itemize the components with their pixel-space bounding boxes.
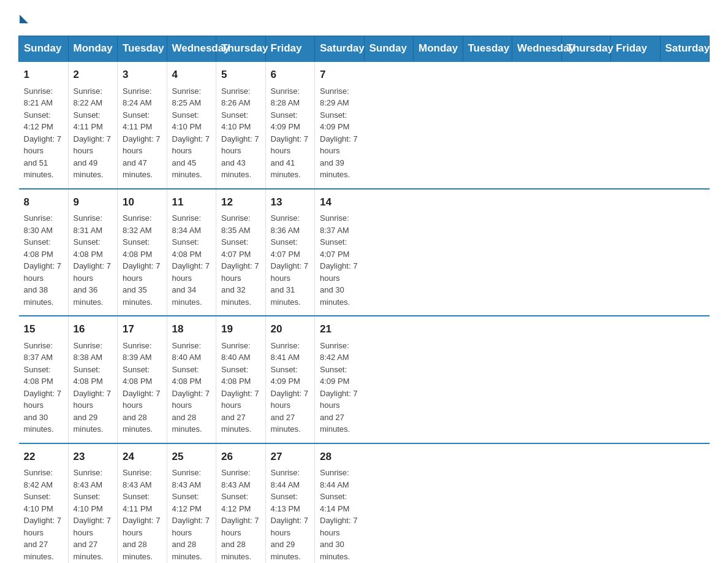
calendar-cell: 2 Sunrise: 8:22 AM Sunset: 4:11 PM Dayli… [68,61,118,189]
daylight-label: Daylight: 7 hours [271,261,308,283]
day-info: Sunrise: 8:39 AM Sunset: 4:08 PM Dayligh… [123,340,162,435]
daylight-label: Daylight: 7 hours [172,516,210,537]
day-number: 21 [320,321,359,337]
calendar-cell: 24 Sunrise: 8:43 AM Sunset: 4:11 PM Dayl… [118,443,167,564]
sunset-label: Sunset: 4:07 PM [221,237,251,259]
day-info: Sunrise: 8:44 AM Sunset: 4:14 PM Dayligh… [320,467,359,562]
daylight-minutes: and 27 minutes. [221,413,251,434]
sunset-label: Sunset: 4:10 PM [74,492,103,513]
sunrise-label: Sunrise: 8:25 AM [172,86,202,108]
calendar-cell: 11 Sunrise: 8:34 AM Sunset: 4:08 PM Dayl… [167,189,216,316]
daylight-minutes: and 38 minutes. [24,285,54,307]
day-info: Sunrise: 8:43 AM Sunset: 4:12 PM Dayligh… [221,467,260,562]
sunset-label: Sunset: 4:08 PM [74,237,103,259]
sunset-label: Sunset: 4:12 PM [24,110,53,132]
daylight-label: Daylight: 7 hours [74,516,111,537]
calendar-cell: 10 Sunrise: 8:32 AM Sunset: 4:08 PM Dayl… [118,189,167,316]
day-number: 8 [24,194,63,210]
day-info: Sunrise: 8:28 AM Sunset: 4:09 PM Dayligh… [271,85,310,181]
calendar-cell: 13 Sunrise: 8:36 AM Sunset: 4:07 PM Dayl… [265,189,315,316]
sunset-label: Sunset: 4:09 PM [320,365,349,386]
day-info: Sunrise: 8:29 AM Sunset: 4:09 PM Dayligh… [320,85,359,181]
column-header-wednesday: Wednesday [512,36,562,62]
column-header-wednesday: Wednesday [167,36,216,62]
calendar-cell: 15 Sunrise: 8:37 AM Sunset: 4:08 PM Dayl… [19,316,69,443]
daylight-minutes: and 29 minutes. [271,540,301,561]
daylight-label: Daylight: 7 hours [320,389,357,410]
daylight-minutes: and 35 minutes. [123,285,153,307]
calendar-cell: 21 Sunrise: 8:42 AM Sunset: 4:09 PM Dayl… [315,316,365,443]
daylight-label: Daylight: 7 hours [320,134,357,156]
day-info: Sunrise: 8:42 AM Sunset: 4:09 PM Dayligh… [320,340,359,435]
daylight-label: Daylight: 7 hours [74,134,111,156]
day-number: 15 [24,321,63,337]
calendar-cell: 22 Sunrise: 8:42 AM Sunset: 4:10 PM Dayl… [19,443,69,564]
sunset-label: Sunset: 4:08 PM [221,365,251,386]
calendar-week-row: 1 Sunrise: 8:21 AM Sunset: 4:12 PM Dayli… [19,61,710,189]
daylight-minutes: and 41 minutes. [271,158,301,180]
sunset-label: Sunset: 4:11 PM [123,110,152,132]
daylight-label: Daylight: 7 hours [74,261,111,283]
day-number: 18 [172,321,211,337]
calendar-cell: 12 Sunrise: 8:35 AM Sunset: 4:07 PM Dayl… [216,189,266,316]
day-number: 12 [221,194,260,210]
daylight-label: Daylight: 7 hours [320,261,357,283]
day-number: 1 [24,67,63,83]
sunset-label: Sunset: 4:13 PM [271,492,300,513]
daylight-minutes: and 28 minutes. [221,540,251,561]
sunrise-label: Sunrise: 8:41 AM [271,341,300,362]
calendar-cell: 17 Sunrise: 8:39 AM Sunset: 4:08 PM Dayl… [118,316,167,443]
daylight-minutes: and 49 minutes. [74,158,104,180]
daylight-minutes: and 39 minutes. [320,158,350,180]
daylight-label: Daylight: 7 hours [24,516,61,537]
daylight-minutes: and 31 minutes. [271,285,301,307]
daylight-minutes: and 27 minutes. [24,540,54,561]
day-number: 3 [123,67,162,83]
daylight-label: Daylight: 7 hours [320,516,357,537]
day-info: Sunrise: 8:38 AM Sunset: 4:08 PM Dayligh… [74,340,113,435]
sunset-label: Sunset: 4:08 PM [172,237,202,259]
day-info: Sunrise: 8:43 AM Sunset: 4:10 PM Dayligh… [74,467,113,562]
calendar-cell: 4 Sunrise: 8:25 AM Sunset: 4:10 PM Dayli… [167,61,216,189]
sunrise-label: Sunrise: 8:40 AM [172,341,202,362]
day-info: Sunrise: 8:36 AM Sunset: 4:07 PM Dayligh… [271,212,310,308]
day-number: 7 [320,67,359,83]
sunrise-label: Sunrise: 8:34 AM [172,213,202,235]
day-number: 27 [271,449,310,465]
calendar-cell: 8 Sunrise: 8:30 AM Sunset: 4:08 PM Dayli… [19,189,69,316]
logo-arrow-icon [20,15,28,23]
day-number: 2 [74,67,113,83]
daylight-label: Daylight: 7 hours [74,389,111,410]
sunrise-label: Sunrise: 8:28 AM [271,86,300,108]
sunrise-label: Sunrise: 8:31 AM [74,213,103,235]
calendar-week-row: 8 Sunrise: 8:30 AM Sunset: 4:08 PM Dayli… [19,189,710,316]
sunrise-label: Sunrise: 8:30 AM [24,213,53,235]
column-header-friday: Friday [611,36,661,62]
sunrise-label: Sunrise: 8:42 AM [24,468,53,489]
day-info: Sunrise: 8:43 AM Sunset: 4:11 PM Dayligh… [123,467,162,562]
day-number: 28 [320,449,359,465]
sunset-label: Sunset: 4:11 PM [74,110,103,132]
daylight-minutes: and 27 minutes. [271,413,301,434]
daylight-minutes: and 28 minutes. [172,540,202,561]
daylight-label: Daylight: 7 hours [123,516,160,537]
sunrise-label: Sunrise: 8:35 AM [221,213,251,235]
calendar-cell: 19 Sunrise: 8:40 AM Sunset: 4:08 PM Dayl… [216,316,266,443]
sunrise-label: Sunrise: 8:44 AM [320,468,349,489]
day-info: Sunrise: 8:26 AM Sunset: 4:10 PM Dayligh… [221,85,260,181]
sunrise-label: Sunrise: 8:22 AM [74,86,103,108]
sunset-label: Sunset: 4:12 PM [172,492,202,513]
daylight-label: Daylight: 7 hours [123,389,160,410]
sunset-label: Sunset: 4:09 PM [271,110,300,132]
daylight-label: Daylight: 7 hours [24,261,61,283]
calendar-cell: 20 Sunrise: 8:41 AM Sunset: 4:09 PM Dayl… [265,316,315,443]
sunset-label: Sunset: 4:08 PM [172,365,202,386]
sunset-label: Sunset: 4:08 PM [123,365,152,386]
daylight-label: Daylight: 7 hours [271,516,308,537]
daylight-minutes: and 28 minutes. [172,413,202,434]
daylight-minutes: and 30 minutes. [320,285,350,307]
sunset-label: Sunset: 4:11 PM [123,492,152,513]
daylight-label: Daylight: 7 hours [172,261,210,283]
day-number: 5 [221,67,260,83]
day-info: Sunrise: 8:24 AM Sunset: 4:11 PM Dayligh… [123,85,162,181]
